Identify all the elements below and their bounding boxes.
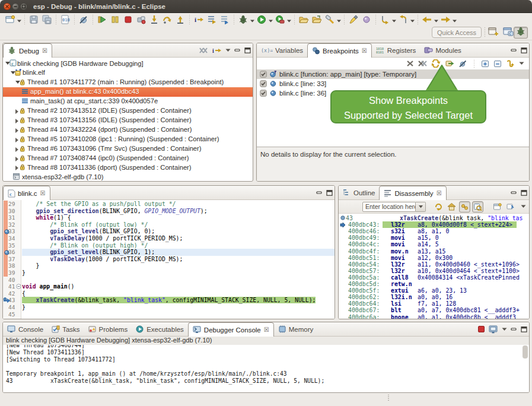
disconnect-button[interactable] — [135, 14, 148, 26]
dropdown-button[interactable] — [502, 328, 507, 331]
build-binary-button[interactable]: 010 — [59, 14, 72, 26]
terminate-red-button[interactable] — [477, 325, 485, 333]
maximize-button[interactable] — [326, 190, 333, 196]
open-perspective-button[interactable] — [487, 27, 500, 39]
disassembly-row[interactable]: 400dbc57:l32ra10, 0x400d0464 <_stext+110… — [339, 268, 529, 274]
console-scrollbar[interactable] — [523, 345, 528, 359]
view-menu-button[interactable] — [518, 201, 529, 212]
suspend-button[interactable] — [109, 14, 122, 26]
run-dropdown[interactable] — [269, 14, 273, 25]
location-input[interactable]: Enter location here — [362, 202, 416, 212]
external-tools-dropdown[interactable] — [287, 14, 291, 25]
tab-debugger-console[interactable]: Debugger Console☒ — [188, 322, 274, 337]
quick-access-field[interactable]: Quick Access — [432, 27, 482, 38]
debug-tree-row[interactable]: Thread #8 1073411336 (dport) (Suspended … — [3, 163, 253, 172]
breakpoint-marker-icon[interactable] — [4, 249, 10, 256]
console-body[interactable]: [New Thread 1073408744][New Thread 10734… — [3, 345, 529, 392]
tab-console[interactable]: Console — [3, 322, 47, 336]
debug-tree-row[interactable]: Thread #3 1073413156 (IDLE) (Suspended :… — [3, 116, 253, 125]
tab-memory[interactable]: Memory — [274, 322, 318, 336]
new-wizard-button[interactable] — [4, 14, 17, 26]
group-by-button[interactable] — [506, 59, 515, 68]
tab-blink-c-close-icon[interactable]: ☒ — [40, 190, 46, 196]
disassembly-row[interactable]: 400dbc49:movia15, 0 — [339, 234, 529, 241]
tab-breakpoints-close-icon[interactable]: ☒ — [362, 47, 367, 54]
disassembly-row[interactable]: 400dbc4c:movia14, 5 — [339, 241, 529, 248]
disassembly-row[interactable]: 400dbc5d:retw.n — [339, 281, 529, 287]
remove-all-terminated-button[interactable] — [199, 46, 208, 55]
tree-expand-arrow-icon[interactable] — [15, 166, 18, 170]
pin-view-button[interactable] — [505, 201, 516, 212]
sync-selection-button[interactable] — [472, 201, 483, 212]
tab-executables[interactable]: Executables — [132, 322, 188, 336]
tab-modules[interactable]: Modules — [420, 43, 465, 57]
tab-disassembly-close-icon[interactable]: ☒ — [437, 190, 442, 196]
debug-tree-row[interactable]: Thread #1 1073411772 (main : Running) (S… — [3, 78, 253, 87]
collapse-all-button[interactable] — [493, 60, 502, 68]
remove-breakpoint-button[interactable] — [406, 60, 414, 67]
highlighter-button[interactable] — [347, 14, 360, 26]
disassembly-row[interactable]: 400dbc4f:mov.na13, a15 — [339, 248, 529, 255]
window-minimize-button[interactable] — [12, 3, 19, 10]
debug-tree-row[interactable]: main_task() at cpu_start.c:339 0x400d057… — [3, 97, 253, 106]
external-tools-button[interactable] — [273, 14, 286, 26]
track-expression-button[interactable] — [459, 201, 470, 212]
minimize-button[interactable] — [511, 326, 517, 332]
debug-tree-row[interactable]: blink.elf — [3, 68, 253, 78]
disassembly-row[interactable]: 400dbc5a:call80x40084314 <xTaskCreatePin… — [339, 274, 529, 281]
breakpoint-marker-icon[interactable] — [4, 229, 10, 235]
editor-body[interactable]: 29 /* Set the GPIO as a push/pull output… — [3, 200, 335, 319]
debug-tree-row[interactable]: cblink checking [GDB Hardware Debugging] — [3, 59, 253, 68]
breakpoint-row[interactable]: blink.c [line: 33] — [257, 79, 529, 88]
search-dropdown[interactable] — [337, 14, 341, 25]
window-close-button[interactable] — [4, 3, 11, 10]
fold-collapse-icon[interactable] — [16, 284, 21, 289]
breakpoint-checkbox[interactable] — [260, 90, 267, 97]
open-project-button[interactable] — [310, 14, 323, 26]
disassembly-row[interactable]: 400dbc43:l32ra8, 0x400d00f8 <_stext+224> — [339, 221, 529, 228]
expand-all-button[interactable] — [481, 60, 489, 68]
new-wizard-dropdown[interactable] — [17, 14, 21, 25]
location-dropdown-button[interactable] — [416, 202, 426, 212]
tab-debugger-console-close-icon[interactable]: ☒ — [264, 326, 269, 333]
mark-occurrences-button[interactable] — [360, 14, 373, 26]
window-maximize-button[interactable] — [20, 3, 27, 10]
minimize-button[interactable] — [316, 190, 323, 196]
debug-perspective-button[interactable] — [514, 27, 528, 39]
disassembly-body[interactable]: 43xTaskCreate(&blink_task, "blink_tas400… — [339, 214, 529, 319]
debug-config-button[interactable] — [237, 14, 250, 26]
save-button[interactable] — [27, 14, 40, 26]
step-return-button[interactable] — [174, 14, 187, 26]
disassembly-row[interactable]: 400dbc51:movia12, 0x300 — [339, 255, 529, 261]
search-button[interactable] — [323, 14, 336, 26]
back-history-dropdown[interactable] — [434, 14, 438, 25]
debug-tree-row[interactable]: xtensa-esp32-elf-gdb (7.10) — [3, 172, 253, 182]
tab-breakpoints[interactable]: Breakpoints☒ — [307, 43, 372, 58]
display-console-button[interactable] — [489, 325, 498, 334]
disassembly-row[interactable]: 400dbc5f:extuia6, a0, 23, 13 — [339, 287, 529, 294]
tab-variables[interactable]: (x)=Variables — [257, 43, 307, 57]
tab-debug[interactable]: Debug ☒ — [3, 43, 52, 58]
breakpoint-row[interactable]: blink.c [function: app_main] [type: Temp… — [257, 69, 529, 79]
minimize-button[interactable] — [234, 47, 241, 53]
save-all-button[interactable] — [40, 14, 53, 26]
tab-tasks[interactable]: Tasks — [47, 322, 84, 336]
tree-expand-arrow-icon[interactable] — [15, 109, 18, 114]
disassembly-row[interactable]: 400dbc46:s32ia8, a1, 0 — [339, 228, 529, 234]
step-into-button[interactable] — [148, 14, 161, 26]
debug-config-dropdown[interactable] — [250, 14, 254, 25]
skip-all-breakpoints-button[interactable] — [77, 14, 90, 26]
debug-tree-row[interactable]: Thread #4 1073432224 (dport) (Suspended … — [3, 125, 253, 135]
view-menu-button[interactable] — [225, 49, 231, 52]
back-history-button[interactable] — [420, 14, 434, 26]
tab-blink-c[interactable]: c blink.c ☒ — [3, 186, 50, 200]
forward-history-dropdown[interactable] — [453, 14, 457, 25]
minimize-button[interactable] — [511, 47, 517, 53]
next-annotation-dropdown[interactable] — [392, 14, 396, 25]
refresh-disasm-button[interactable] — [433, 201, 444, 212]
home-disasm-button[interactable] — [446, 201, 457, 212]
open-folder-button[interactable] — [297, 14, 310, 26]
tab-debug-close-icon[interactable]: ☒ — [42, 47, 47, 54]
terminate-button[interactable] — [122, 14, 135, 26]
forward-history-button[interactable] — [439, 14, 452, 26]
